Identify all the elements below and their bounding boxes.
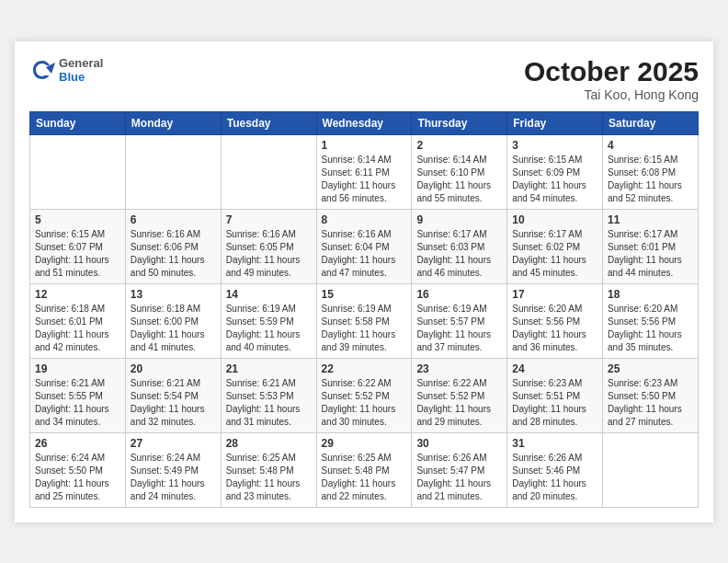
day-info: Sunrise: 6:21 AM Sunset: 5:54 PM Dayligh… [131, 377, 216, 429]
day-info: Sunrise: 6:17 AM Sunset: 6:03 PM Dayligh… [416, 228, 502, 280]
day-number: 19 [35, 362, 120, 375]
day-number: 14 [226, 288, 312, 301]
table-row: 24Sunrise: 6:23 AM Sunset: 5:51 PM Dayli… [507, 358, 603, 432]
table-row [221, 134, 316, 209]
day-info: Sunrise: 6:19 AM Sunset: 5:57 PM Dayligh… [416, 303, 502, 354]
day-info: Sunrise: 6:22 AM Sunset: 5:52 PM Dayligh… [322, 377, 407, 429]
logo-icon [29, 57, 55, 83]
logo-blue: Blue [59, 70, 103, 85]
day-number: 20 [131, 362, 216, 375]
table-row [125, 134, 221, 209]
day-number: 16 [416, 288, 502, 301]
day-number: 21 [226, 362, 312, 375]
day-info: Sunrise: 6:16 AM Sunset: 6:05 PM Dayligh… [226, 228, 312, 280]
day-info: Sunrise: 6:23 AM Sunset: 5:51 PM Dayligh… [512, 377, 597, 429]
table-row: 20Sunrise: 6:21 AM Sunset: 5:54 PM Dayli… [125, 358, 221, 432]
day-number: 8 [322, 213, 407, 226]
day-number: 13 [131, 288, 216, 301]
day-info: Sunrise: 6:26 AM Sunset: 5:47 PM Dayligh… [416, 452, 502, 503]
day-info: Sunrise: 6:18 AM Sunset: 6:00 PM Dayligh… [131, 303, 216, 354]
day-info: Sunrise: 6:18 AM Sunset: 6:01 PM Dayligh… [35, 303, 120, 354]
table-row: 19Sunrise: 6:21 AM Sunset: 5:55 PM Dayli… [30, 358, 126, 432]
day-number: 6 [131, 213, 216, 226]
day-number: 31 [512, 437, 597, 450]
calendar-table: Sunday Monday Tuesday Wednesday Thursday… [29, 111, 699, 508]
day-number: 15 [322, 288, 407, 301]
day-info: Sunrise: 6:14 AM Sunset: 6:11 PM Dayligh… [322, 154, 407, 205]
header-tuesday: Tuesday [221, 111, 316, 134]
location-title: Tai Koo, Hong Kong [524, 87, 699, 102]
table-row: 28Sunrise: 6:25 AM Sunset: 5:48 PM Dayli… [221, 432, 316, 507]
day-number: 4 [608, 139, 693, 152]
calendar-week-row: 26Sunrise: 6:24 AM Sunset: 5:50 PM Dayli… [30, 432, 699, 507]
table-row: 29Sunrise: 6:25 AM Sunset: 5:48 PM Dayli… [316, 432, 412, 507]
table-row: 10Sunrise: 6:17 AM Sunset: 6:02 PM Dayli… [507, 209, 603, 283]
day-number: 18 [608, 288, 693, 301]
day-info: Sunrise: 6:15 AM Sunset: 6:07 PM Dayligh… [35, 228, 120, 280]
header-monday: Monday [125, 111, 221, 134]
day-number: 22 [322, 362, 407, 375]
day-info: Sunrise: 6:19 AM Sunset: 5:58 PM Dayligh… [322, 303, 407, 354]
day-info: Sunrise: 6:21 AM Sunset: 5:55 PM Dayligh… [35, 377, 120, 429]
table-row: 9Sunrise: 6:17 AM Sunset: 6:03 PM Daylig… [412, 209, 507, 283]
day-info: Sunrise: 6:24 AM Sunset: 5:49 PM Dayligh… [131, 452, 216, 503]
table-row: 21Sunrise: 6:21 AM Sunset: 5:53 PM Dayli… [221, 358, 316, 432]
table-row: 30Sunrise: 6:26 AM Sunset: 5:47 PM Dayli… [412, 432, 507, 507]
calendar-week-row: 5Sunrise: 6:15 AM Sunset: 6:07 PM Daylig… [30, 209, 699, 283]
day-number: 28 [226, 437, 312, 450]
table-row: 4Sunrise: 6:15 AM Sunset: 6:08 PM Daylig… [603, 134, 699, 209]
day-number: 5 [35, 213, 120, 226]
table-row: 1Sunrise: 6:14 AM Sunset: 6:11 PM Daylig… [316, 134, 412, 209]
calendar-container: General Blue October 2025 Tai Koo, Hong … [15, 41, 713, 523]
table-row: 15Sunrise: 6:19 AM Sunset: 5:58 PM Dayli… [316, 283, 412, 358]
table-row: 22Sunrise: 6:22 AM Sunset: 5:52 PM Dayli… [316, 358, 412, 432]
calendar-week-row: 1Sunrise: 6:14 AM Sunset: 6:11 PM Daylig… [30, 134, 699, 209]
header-thursday: Thursday [412, 111, 507, 134]
table-row: 16Sunrise: 6:19 AM Sunset: 5:57 PM Dayli… [412, 283, 507, 358]
table-row: 8Sunrise: 6:16 AM Sunset: 6:04 PM Daylig… [316, 209, 412, 283]
table-row: 3Sunrise: 6:15 AM Sunset: 6:09 PM Daylig… [507, 134, 603, 209]
title-block: October 2025 Tai Koo, Hong Kong [524, 56, 699, 102]
logo-text: General Blue [59, 56, 103, 85]
table-row: 26Sunrise: 6:24 AM Sunset: 5:50 PM Dayli… [30, 432, 126, 507]
table-row: 12Sunrise: 6:18 AM Sunset: 6:01 PM Dayli… [30, 283, 126, 358]
day-info: Sunrise: 6:17 AM Sunset: 6:02 PM Dayligh… [512, 228, 597, 280]
day-number: 17 [512, 288, 597, 301]
day-number: 3 [512, 139, 597, 152]
day-info: Sunrise: 6:16 AM Sunset: 6:04 PM Dayligh… [322, 228, 407, 280]
table-row: 17Sunrise: 6:20 AM Sunset: 5:56 PM Dayli… [507, 283, 603, 358]
calendar-week-row: 19Sunrise: 6:21 AM Sunset: 5:55 PM Dayli… [30, 358, 699, 432]
day-number: 2 [416, 139, 502, 152]
table-row: 11Sunrise: 6:17 AM Sunset: 6:01 PM Dayli… [603, 209, 699, 283]
day-info: Sunrise: 6:16 AM Sunset: 6:06 PM Dayligh… [131, 228, 216, 280]
day-info: Sunrise: 6:17 AM Sunset: 6:01 PM Dayligh… [608, 228, 693, 280]
header-saturday: Saturday [603, 111, 699, 134]
weekday-header-row: Sunday Monday Tuesday Wednesday Thursday… [30, 111, 699, 134]
month-title: October 2025 [524, 56, 699, 87]
table-row: 2Sunrise: 6:14 AM Sunset: 6:10 PM Daylig… [412, 134, 507, 209]
table-row: 18Sunrise: 6:20 AM Sunset: 5:56 PM Dayli… [603, 283, 699, 358]
day-info: Sunrise: 6:22 AM Sunset: 5:52 PM Dayligh… [416, 377, 502, 429]
day-info: Sunrise: 6:14 AM Sunset: 6:10 PM Dayligh… [416, 154, 502, 205]
day-info: Sunrise: 6:21 AM Sunset: 5:53 PM Dayligh… [226, 377, 312, 429]
day-number: 12 [35, 288, 120, 301]
day-info: Sunrise: 6:23 AM Sunset: 5:50 PM Dayligh… [608, 377, 693, 429]
day-number: 26 [35, 437, 120, 450]
day-number: 1 [322, 139, 407, 152]
day-info: Sunrise: 6:15 AM Sunset: 6:08 PM Dayligh… [608, 154, 693, 205]
day-number: 25 [608, 362, 693, 375]
table-row: 6Sunrise: 6:16 AM Sunset: 6:06 PM Daylig… [125, 209, 221, 283]
table-row: 27Sunrise: 6:24 AM Sunset: 5:49 PM Dayli… [125, 432, 221, 507]
logo-general: General [59, 56, 103, 71]
day-info: Sunrise: 6:26 AM Sunset: 5:46 PM Dayligh… [512, 452, 597, 503]
calendar-week-row: 12Sunrise: 6:18 AM Sunset: 6:01 PM Dayli… [30, 283, 699, 358]
day-number: 10 [512, 213, 597, 226]
logo: General Blue [29, 56, 103, 85]
calendar-header: General Blue October 2025 Tai Koo, Hong … [29, 56, 699, 102]
day-number: 29 [322, 437, 407, 450]
day-number: 7 [226, 213, 312, 226]
table-row: 25Sunrise: 6:23 AM Sunset: 5:50 PM Dayli… [603, 358, 699, 432]
table-row [30, 134, 126, 209]
day-info: Sunrise: 6:15 AM Sunset: 6:09 PM Dayligh… [512, 154, 597, 205]
day-info: Sunrise: 6:19 AM Sunset: 5:59 PM Dayligh… [226, 303, 312, 354]
